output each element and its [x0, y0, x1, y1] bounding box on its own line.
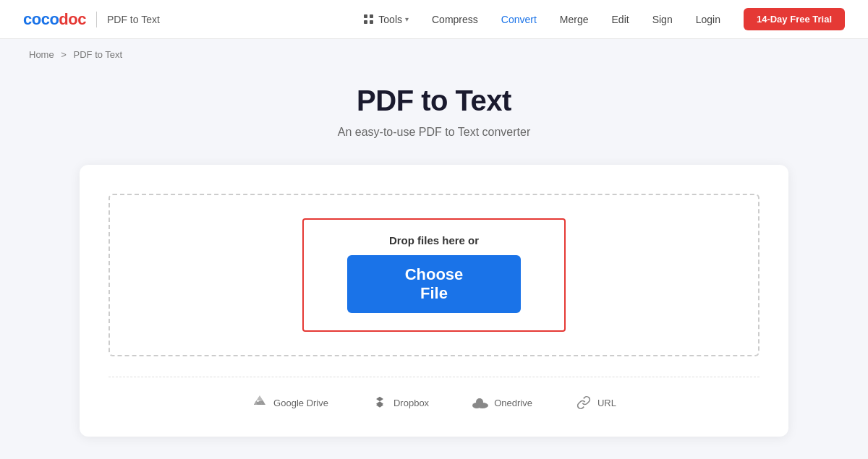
onedrive-label: Onedrive — [494, 398, 532, 408]
page-title: PDF to Text — [357, 85, 511, 117]
nav-sign[interactable]: Sign — [652, 14, 673, 25]
url-label: URL — [597, 398, 616, 408]
logo[interactable]: cocodoc — [23, 10, 86, 29]
source-onedrive[interactable]: Onedrive — [472, 395, 532, 411]
dropbox-label: Dropbox — [393, 398, 429, 408]
source-url[interactable]: URL — [576, 395, 616, 411]
source-options: Google Drive Dropbox — [109, 395, 760, 411]
drop-text: Drop files here or — [389, 234, 479, 246]
logo-doc: doc — [59, 10, 86, 28]
choose-file-button[interactable]: Choose File — [347, 255, 521, 313]
nav-convert[interactable]: Convert — [501, 14, 537, 25]
nav-tools[interactable]: Tools ▾ — [364, 14, 409, 25]
header-actions: 14-Day Free Trial — [744, 8, 845, 30]
drop-zone[interactable]: Drop files here or Choose File — [109, 194, 760, 356]
nav-compress[interactable]: Compress — [432, 14, 478, 25]
main-content: PDF to Text An easy-to-use PDF to Text c… — [0, 70, 868, 459]
page-label: PDF to Text — [107, 14, 160, 25]
logo-divider — [96, 12, 97, 27]
drop-zone-inner: Drop files here or Choose File — [302, 218, 566, 332]
header: cocodoc PDF to Text Tools ▾ Compress Con… — [0, 0, 868, 39]
chevron-down-icon: ▾ — [405, 15, 409, 23]
svg-marker-2 — [257, 395, 263, 400]
svg-marker-0 — [254, 400, 258, 405]
breadcrumb: Home > PDF to Text — [0, 39, 868, 70]
page-subtitle: An easy-to-use PDF to Text converter — [338, 126, 530, 139]
logo-coco: coco — [23, 10, 59, 28]
google-drive-label: Google Drive — [273, 398, 328, 408]
nav-merge[interactable]: Merge — [560, 14, 589, 25]
nav-login[interactable]: Login — [696, 14, 720, 25]
onedrive-icon — [472, 395, 488, 411]
breadcrumb-home[interactable]: Home — [29, 49, 54, 60]
google-drive-icon — [252, 395, 268, 411]
header-left: cocodoc PDF to Text — [23, 10, 160, 29]
svg-point-5 — [476, 398, 483, 406]
trial-button[interactable]: 14-Day Free Trial — [744, 8, 845, 30]
url-icon — [576, 395, 592, 411]
dropbox-icon — [372, 395, 388, 411]
breadcrumb-current: PDF to Text — [74, 49, 123, 60]
source-dropbox[interactable]: Dropbox — [372, 395, 429, 411]
main-nav: Tools ▾ Compress Convert Merge Edit Sign… — [364, 14, 720, 25]
grid-icon — [364, 14, 374, 25]
breadcrumb-separator: > — [61, 49, 67, 60]
upload-card: Drop files here or Choose File — [80, 165, 788, 437]
source-google-drive[interactable]: Google Drive — [252, 395, 328, 411]
upload-divider — [109, 377, 760, 377]
nav-edit[interactable]: Edit — [612, 14, 629, 25]
